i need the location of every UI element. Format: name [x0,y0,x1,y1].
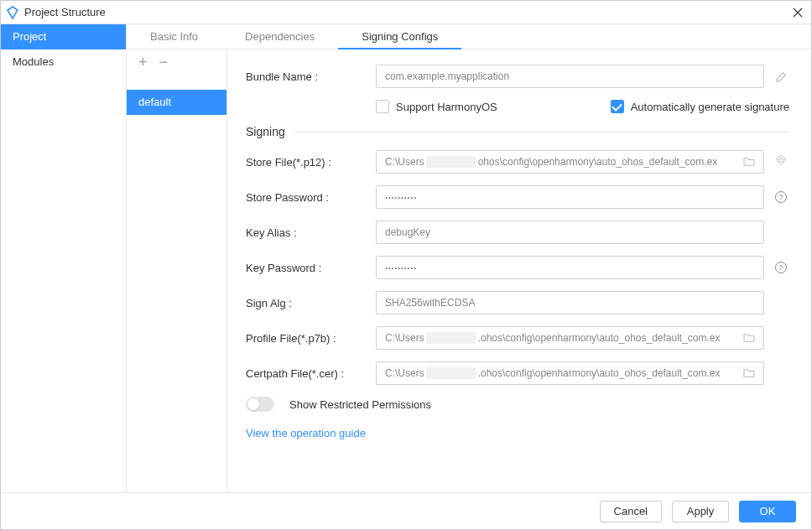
input-store-file[interactable]: C:\Users ohos\config\openharmony\auto_oh… [376,150,764,174]
help-icon[interactable]: ? [773,259,789,276]
section-signing: Signing [246,125,789,138]
label-key-password: Key Password : [246,262,376,274]
label-bundle-name: Bundle Name : [246,70,376,83]
label-store-password: Store Password : [246,191,376,204]
content: Basic Info Dependencies Signing Configs … [127,24,811,492]
help-icon[interactable]: ? [773,189,789,205]
link-operation-guide[interactable]: View the operation guide [246,427,366,439]
config-list: + − default [127,49,227,492]
input-value: SHA256withECDSA [385,297,475,309]
row-restricted-perms: Show Restricted Permissions [246,397,789,412]
add-config-icon[interactable]: + [138,55,148,70]
row-store-file: Store File(*.p12) : C:\Users ohos\config… [246,150,789,174]
input-value-end: ohos\config\openharmony\auto_ohos_defaul… [478,156,738,168]
config-toolbar: + − [127,49,226,75]
main-row: + − default Bundle Name : [127,49,811,492]
input-key-password[interactable]: •••••••••• [376,256,764,279]
redacted-segment [426,156,476,168]
fingerprint-icon[interactable] [773,153,789,170]
remove-config-icon[interactable]: − [159,55,169,70]
sidebar-item-modules[interactable]: Modules [1,49,126,75]
input-value-start: C:\Users [385,332,424,344]
label-profile-file: Profile File(*.p7b) : [246,332,376,345]
input-certpath-file[interactable]: C:\Users .ohos\config\openharmony\auto_o… [376,361,764,385]
config-item-label: default [138,96,171,108]
apply-button[interactable]: Apply [672,501,729,522]
checkbox-label: Automatically generate signature [631,101,789,113]
sidebar-item-project[interactable]: Project [1,24,126,49]
input-store-password[interactable]: •••••••••• [376,185,764,209]
redacted-segment [426,367,476,379]
input-value-end: .ohos\config\openharmony\auto_ohos_defau… [478,367,738,379]
tab-label: Dependencies [245,30,315,43]
folder-icon[interactable] [743,333,755,343]
section-title: Signing [246,125,285,138]
row-profile-file: Profile File(*.p7b) : C:\Users .ohos\con… [246,326,789,350]
cancel-button[interactable]: Cancel [600,501,662,522]
input-value-end: .ohos\config\openharmony\auto_ohos_defau… [478,332,738,344]
footer: Cancel Apply OK [1,492,811,529]
tabs: Basic Info Dependencies Signing Configs [127,24,811,49]
row-sign-alg: Sign Alg : SHA256withECDSA [246,291,789,314]
input-value: •••••••••• [385,194,417,201]
ok-button[interactable]: OK [739,501,796,522]
input-value-start: C:\Users [385,156,424,168]
tab-basic-info[interactable]: Basic Info [127,24,221,49]
body: Project Modules Basic Info Dependencies … [1,24,811,492]
label-store-file: Store File(*.p12) : [246,156,376,169]
sidebar-item-label: Project [13,30,46,43]
folder-icon[interactable] [743,368,755,378]
checkbox-support-harmonyos[interactable]: Support HarmonyOS [376,100,497,113]
row-store-password: Store Password : •••••••••• ? [246,185,789,209]
toggle-label: Show Restricted Permissions [289,398,431,411]
row-checkboxes: Support HarmonyOS Automatically generate… [246,100,789,113]
input-value: com.example.myapplication [385,70,509,82]
input-value: •••••••••• [385,264,417,272]
label-sign-alg: Sign Alg : [246,297,376,309]
config-item-default[interactable]: default [127,90,226,115]
divider [295,132,789,132]
tab-signing-configs[interactable]: Signing Configs [338,24,461,49]
titlebar: Project Structure [1,1,811,24]
tab-label: Basic Info [150,30,198,43]
row-key-password: Key Password : •••••••••• ? [246,256,789,279]
tab-dependencies[interactable]: Dependencies [221,24,338,49]
form-area: Bundle Name : com.example.myapplication [227,49,811,492]
tab-label: Signing Configs [362,30,438,43]
label-key-alias: Key Alias : [246,226,376,239]
svg-text:?: ? [778,263,783,272]
input-key-alias[interactable]: debugKey [376,221,764,244]
sidebar-left: Project Modules [1,24,127,492]
checkbox-label: Support HarmonyOS [396,101,497,113]
row-bundle-name: Bundle Name : com.example.myapplication [246,65,789,88]
app-logo-icon [6,6,19,19]
folder-icon[interactable] [743,157,755,167]
input-sign-alg[interactable]: SHA256withECDSA [376,291,764,314]
label-certpath-file: Certpath File(*.cer) : [246,367,376,380]
edit-icon[interactable] [773,68,789,85]
checkbox-auto-sign[interactable]: Automatically generate signature [611,100,789,113]
window-title: Project Structure [24,6,789,18]
sidebar-item-label: Modules [13,55,54,68]
close-icon[interactable] [789,4,806,21]
checkbox-box [376,100,389,113]
toggle-restricted-perms[interactable] [246,397,274,412]
input-value: debugKey [385,226,430,238]
checkbox-box [611,100,624,113]
input-bundle-name[interactable]: com.example.myapplication [376,65,764,88]
row-key-alias: Key Alias : debugKey [246,221,789,244]
input-value-start: C:\Users [385,367,424,379]
row-certpath-file: Certpath File(*.cer) : C:\Users .ohos\co… [246,361,789,385]
window: Project Structure Project Modules Basic … [0,0,812,530]
svg-text:?: ? [778,193,783,201]
input-profile-file[interactable]: C:\Users .ohos\config\openharmony\auto_o… [376,326,764,350]
redacted-segment [426,332,476,344]
